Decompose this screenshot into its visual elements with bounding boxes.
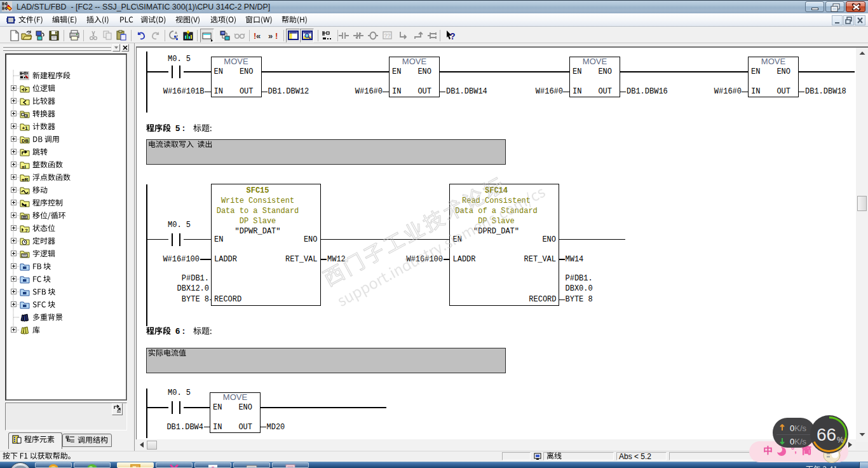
svg-text:±I: ±I <box>22 164 26 170</box>
svg-text:DB: DB <box>22 138 29 144</box>
svg-text:!: ! <box>275 31 278 41</box>
svg-text:»: » <box>268 31 273 41</box>
svg-text:«: « <box>256 31 261 41</box>
svg-text:?: ? <box>450 31 456 41</box>
svg-text:?: ? <box>25 228 28 233</box>
svg-text:66: 66 <box>817 425 836 444</box>
svg-text:??: ?? <box>384 32 391 39</box>
svg-text:±R: ±R <box>22 177 28 182</box>
svg-text:%: % <box>837 436 844 444</box>
svg-text:+1: +1 <box>22 125 29 131</box>
